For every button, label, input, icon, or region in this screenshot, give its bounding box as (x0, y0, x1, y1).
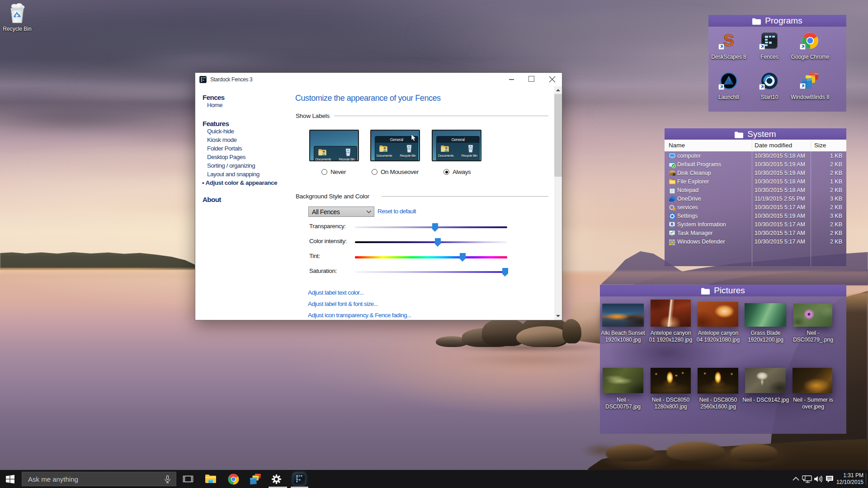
svg-text:S: S (723, 32, 734, 49)
